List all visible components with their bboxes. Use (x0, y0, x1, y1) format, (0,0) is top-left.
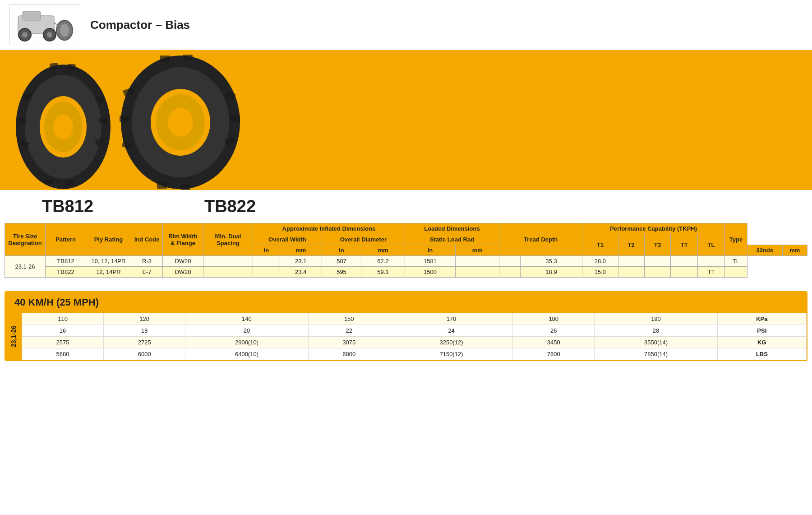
col-sub-ow-in: in (253, 245, 280, 256)
col-header-ind: Ind Code (131, 223, 163, 256)
cell-od-in-1: 59.1 (361, 267, 405, 278)
cell-ply-0: 10, 12, 14PR (86, 256, 131, 267)
load-section: 40 KM/H (25 MPH) 23,1-26 110120140150170… (5, 291, 807, 361)
load-row-label: 23,1-26 (5, 313, 22, 360)
cell-t2-0 (644, 256, 670, 267)
load-cell: 26 (513, 325, 595, 337)
col-header-rim: Rim Width & Flange (163, 223, 203, 256)
col-header-pattern: Pattern (46, 223, 86, 256)
col-header-loaded: Loaded Dimensions (405, 223, 499, 234)
load-cell: 2575 (22, 337, 104, 348)
load-cell: 3550(14) (595, 337, 717, 348)
load-cell: 6800 (308, 348, 390, 360)
cell-slr-mm-0 (499, 256, 521, 267)
col-header-tire-size: Tire Size Designation (5, 223, 46, 256)
load-cell: 24 (390, 325, 512, 337)
col-sub-od-in: in (322, 245, 361, 256)
cell-ind-1: E-7 (131, 267, 163, 278)
svg-point-28 (168, 108, 193, 137)
col-sub-od-mm: mm (361, 245, 405, 256)
load-unit-cell: KPa (717, 313, 806, 325)
cell-mindual-in-0 (203, 256, 253, 267)
col-header-perf: Performance Capability (TKPH) (582, 223, 725, 234)
load-unit-cell: PSI (717, 325, 806, 337)
svg-rect-35 (160, 56, 170, 62)
cell-td-mm-0: 28.0 (582, 256, 618, 267)
load-cell: 110 (22, 313, 104, 325)
cell-ply-1: 12, 14PR (86, 267, 131, 278)
load-cell: 16 (22, 325, 104, 337)
col-header-tl: TL (698, 234, 725, 256)
col-header-approx-inflated: Approximate Inflated Dimensions (253, 223, 405, 234)
load-table-row: 110120140150170180190KPa (22, 313, 807, 325)
load-cell: 3450 (513, 337, 595, 348)
col-header-tread-depth: Tread Depth (499, 223, 582, 256)
col-header-min-dual: Min. Dual Spacing (203, 223, 253, 256)
cell-od-mm-1: 1500 (405, 267, 455, 278)
cell-mindual-mm-1 (253, 267, 280, 278)
cell-slr-mm-1 (499, 267, 521, 278)
svg-rect-30 (120, 116, 129, 122)
cell-t3-0 (671, 256, 698, 267)
load-cell: 20 (185, 325, 308, 337)
tire-image-tb822 (117, 50, 244, 190)
load-cell: 6400(10) (185, 348, 308, 360)
col-header-t1: T1 (582, 234, 618, 256)
load-cell: 150 (308, 313, 390, 325)
vehicle-icon (9, 5, 81, 45)
product-banner (0, 50, 812, 190)
spec-table: Tire Size Designation Pattern Ply Rating… (5, 223, 807, 278)
cell-t1-1 (618, 267, 644, 278)
load-table-row: 568060006400(10)68007150(12)76007850(14)… (22, 348, 807, 360)
cell-ind-0: R-3 (131, 256, 163, 267)
cell-od-mm-0: 1581 (405, 256, 455, 267)
col-header-t3: T3 (644, 234, 670, 256)
col-sub-ow-mm: mm (280, 245, 322, 256)
col-header-t2: T2 (618, 234, 644, 256)
svg-point-13 (53, 114, 73, 139)
load-table-row: 16182022242628PSI (22, 325, 807, 337)
load-cell: 28 (595, 325, 717, 337)
spec-table-section: Tire Size Designation Pattern Ply Rating… (0, 218, 812, 282)
page-title: Compactor – Bias (90, 18, 190, 32)
svg-rect-37 (157, 182, 167, 189)
cell-ow-mm-1: 595 (322, 267, 361, 278)
table-row: TB822 12, 14PR E-7 DW20 23.4 595 59.1 15… (5, 267, 807, 278)
cell-pattern-1: TB822 (46, 267, 86, 278)
col-sub-slr-in: in (405, 245, 455, 256)
load-table: 110120140150170180190KPa16182022242628PS… (22, 313, 807, 360)
load-table-inner: 110120140150170180190KPa16182022242628PS… (22, 313, 807, 360)
svg-rect-36 (183, 55, 193, 61)
cell-tt-0 (698, 256, 725, 267)
load-cell: 2900(10) (185, 337, 308, 348)
load-cell: 170 (390, 313, 512, 325)
load-unit-cell: LBS (717, 348, 806, 360)
cell-td-mm-1: 15.0 (582, 267, 618, 278)
cell-tl-0: TL (724, 256, 747, 267)
product-names-row: TB812 TB822 (0, 190, 812, 218)
svg-point-3 (22, 32, 28, 37)
svg-rect-20 (50, 63, 58, 69)
load-section-title: 40 KM/H (25 MPH) (5, 292, 807, 313)
load-table-row: 257527252900(10)30753250(12)34503550(14)… (22, 337, 807, 348)
product-name-tb812: TB812 (18, 197, 117, 216)
load-cell: 3250(12) (390, 337, 512, 348)
load-cell: 7600 (513, 348, 595, 360)
col-header-ply: Ply Rating (86, 223, 131, 256)
load-cell: 6000 (104, 348, 185, 360)
col-sub-slr-mm: mm (456, 245, 499, 256)
svg-point-5 (47, 32, 52, 37)
load-cell: 3075 (308, 337, 390, 348)
col-sub-td-mm: mm (782, 245, 807, 256)
cell-ow-mm-0: 587 (322, 256, 361, 267)
cell-ow-in-0: 23.1 (280, 256, 322, 267)
table-row: 23.1-26 TB812 10, 12, 14PR R-3 DW20 23.1… (5, 256, 807, 267)
cell-rim-1: DW20 (163, 267, 203, 278)
load-cell: 18 (104, 325, 185, 337)
svg-rect-15 (18, 118, 26, 123)
svg-rect-22 (45, 179, 53, 184)
cell-od-in-0: 62.2 (361, 256, 405, 267)
load-cell: 120 (104, 313, 185, 325)
load-table-wrap: 23,1-26 110120140150170180190KPa16182022… (5, 313, 807, 360)
cell-t2-1 (644, 267, 670, 278)
